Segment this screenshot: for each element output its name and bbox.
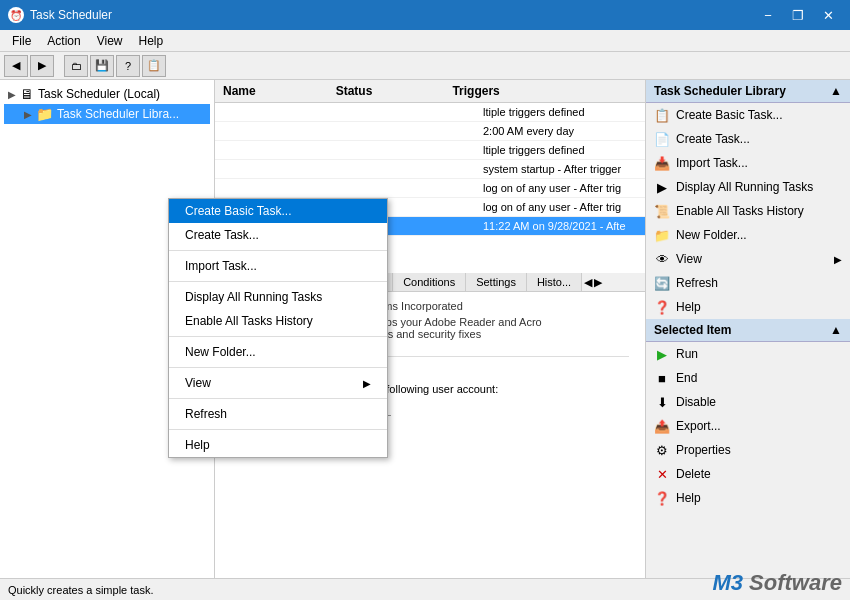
properties-icon: ⚙ (654, 442, 670, 458)
watermark-suffix: Software (743, 570, 842, 595)
action-end[interactable]: ■ End (646, 366, 850, 390)
menu-help[interactable]: Help (131, 32, 172, 50)
menu-action[interactable]: Action (39, 32, 88, 50)
menu-file[interactable]: File (4, 32, 39, 50)
action-delete-label: Delete (676, 467, 711, 481)
ctx-sep-6 (169, 429, 387, 430)
action-create-task[interactable]: 📄 Create Task... (646, 127, 850, 151)
action-disable[interactable]: ⬇ Disable (646, 390, 850, 414)
ctx-enable-history[interactable]: Enable All Tasks History (169, 309, 387, 333)
action-help-selected[interactable]: ❓ Help (646, 486, 850, 510)
ctx-sep-1 (169, 250, 387, 251)
ctx-view[interactable]: View ▶ (169, 371, 387, 395)
ctx-help[interactable]: Help (169, 433, 387, 457)
action-properties-label: Properties (676, 443, 731, 457)
ctx-new-folder[interactable]: New Folder... (169, 340, 387, 364)
title-bar: ⏰ Task Scheduler − ❐ ✕ (0, 0, 850, 30)
tab-conditions[interactable]: Conditions (393, 273, 466, 291)
ctx-new-folder-label: New Folder... (185, 345, 256, 359)
computer-icon: 🖥 (20, 86, 34, 102)
tab-scroll-left[interactable]: ◀ (584, 273, 592, 291)
ctx-view-label: View (185, 376, 211, 390)
tab-scroll-right[interactable]: ▶ (594, 273, 602, 291)
minimize-button[interactable]: − (754, 4, 782, 26)
action-create-task-label: Create Task... (676, 132, 750, 146)
ctx-import-label: Import Task... (185, 259, 257, 273)
table-row[interactable]: log on of any user - After trig (215, 179, 645, 198)
table-row[interactable]: ltiple triggers defined (215, 103, 645, 122)
export-icon: 📤 (654, 418, 670, 434)
import-icon: 📥 (654, 155, 670, 171)
action-help-library-label: Help (676, 300, 701, 314)
display-running-icon: ▶ (654, 179, 670, 195)
save-button[interactable]: 💾 (90, 55, 114, 77)
actions-collapse-icon[interactable]: ▲ (830, 84, 842, 98)
ctx-display-running-label: Display All Running Tasks (185, 290, 322, 304)
action-delete[interactable]: ✕ Delete (646, 462, 850, 486)
open-button[interactable]: 🗀 (64, 55, 88, 77)
menu-view[interactable]: View (89, 32, 131, 50)
status-text: Quickly creates a simple task. (8, 584, 154, 596)
window-controls: − ❐ ✕ (754, 4, 842, 26)
table-row[interactable]: system startup - After trigger (215, 160, 645, 179)
action-refresh-label: Refresh (676, 276, 718, 290)
tab-settings[interactable]: Settings (466, 273, 527, 291)
action-enable-history[interactable]: 📜 Enable All Tasks History (646, 199, 850, 223)
task-trigger-cell: 2:00 AM every day (483, 125, 637, 137)
help-toolbar-button[interactable]: ? (116, 55, 140, 77)
action-import[interactable]: 📥 Import Task... (646, 151, 850, 175)
help-selected-icon: ❓ (654, 490, 670, 506)
selected-collapse-icon[interactable]: ▲ (830, 323, 842, 337)
ctx-enable-history-label: Enable All Tasks History (185, 314, 313, 328)
close-button[interactable]: ✕ (814, 4, 842, 26)
ctx-create-task[interactable]: Create Task... (169, 223, 387, 247)
action-view[interactable]: 👁 View ▶ (646, 247, 850, 271)
task-status-cell (403, 125, 483, 137)
task-trigger-cell: system startup - After trigger (483, 163, 637, 175)
tree-item-local-label: Task Scheduler (Local) (38, 87, 160, 101)
action-disable-label: Disable (676, 395, 716, 409)
ctx-display-running[interactable]: Display All Running Tasks (169, 285, 387, 309)
action-refresh[interactable]: 🔄 Refresh (646, 271, 850, 295)
ctx-view-arrow: ▶ (363, 378, 371, 389)
new-folder-icon: 📁 (654, 227, 670, 243)
ctx-sep-2 (169, 281, 387, 282)
actions-section-title-selected: Selected Item ▲ (646, 319, 850, 342)
main-area: ▶ 🖥 Task Scheduler (Local) ▶ 📁 Task Sche… (0, 80, 850, 578)
watermark: M3 Software (712, 570, 842, 596)
action-new-folder[interactable]: 📁 New Folder... (646, 223, 850, 247)
action-export[interactable]: 📤 Export... (646, 414, 850, 438)
ctx-refresh[interactable]: Refresh (169, 402, 387, 426)
ctx-create-task-label: Create Task... (185, 228, 259, 242)
forward-button[interactable]: ▶ (30, 55, 54, 77)
table-row[interactable]: ltiple triggers defined (215, 141, 645, 160)
task-name-cell (223, 144, 403, 156)
window-title: Task Scheduler (30, 8, 754, 22)
expand-arrow-library: ▶ (24, 109, 32, 120)
action-display-running[interactable]: ▶ Display All Running Tasks (646, 175, 850, 199)
action-properties[interactable]: ⚙ Properties (646, 438, 850, 462)
expand-arrow: ▶ (8, 89, 16, 100)
action-display-running-label: Display All Running Tasks (676, 180, 813, 194)
table-row[interactable]: 2:00 AM every day (215, 122, 645, 141)
action-create-basic-label: Create Basic Task... (676, 108, 783, 122)
tab-history[interactable]: Histo... (527, 273, 582, 291)
action-help-library[interactable]: ❓ Help (646, 295, 850, 319)
task-name-cell (223, 125, 403, 137)
tree-item-library[interactable]: ▶ 📁 Task Scheduler Libra... (4, 104, 210, 124)
task-status-cell (403, 163, 483, 175)
back-button[interactable]: ◀ (4, 55, 28, 77)
restore-button[interactable]: ❐ (784, 4, 812, 26)
tree-item-local[interactable]: ▶ 🖥 Task Scheduler (Local) (4, 84, 210, 104)
clipboard-button[interactable]: 📋 (142, 55, 166, 77)
ctx-import[interactable]: Import Task... (169, 254, 387, 278)
action-create-basic[interactable]: 📋 Create Basic Task... (646, 103, 850, 127)
ctx-sep-3 (169, 336, 387, 337)
context-menu: Create Basic Task... Create Task... Impo… (168, 198, 388, 458)
action-import-label: Import Task... (676, 156, 748, 170)
task-trigger-cell: ltiple triggers defined (483, 144, 637, 156)
refresh-icon: 🔄 (654, 275, 670, 291)
task-trigger-cell: ltiple triggers defined (483, 106, 637, 118)
action-run[interactable]: ▶ Run (646, 342, 850, 366)
ctx-create-basic[interactable]: Create Basic Task... (169, 199, 387, 223)
